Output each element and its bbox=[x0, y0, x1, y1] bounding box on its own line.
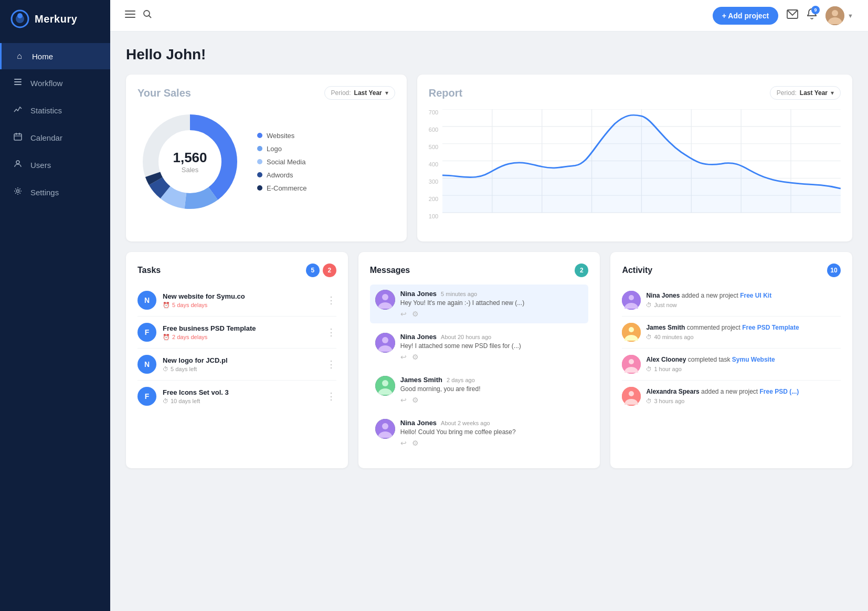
sales-chart-area: 1,560 Sales Websites Logo bbox=[137, 109, 395, 214]
sales-period-value: Last Year bbox=[354, 89, 382, 97]
act-avatar-3 bbox=[622, 355, 641, 374]
sidebar: Merkury ⌂ Home Workflow Statistics Calen… bbox=[0, 0, 110, 611]
msg-avatar-1 bbox=[375, 290, 395, 310]
report-period-select[interactable]: Period: Last Year ▾ bbox=[770, 86, 841, 100]
statistics-icon bbox=[13, 105, 23, 115]
act-time-4: ⏱ 3 hours ago bbox=[646, 398, 841, 404]
donut-label: Sales bbox=[173, 166, 207, 174]
msg-actions-2: ↩ ⚙ bbox=[400, 353, 584, 361]
legend-item-social: Social Media bbox=[257, 158, 307, 166]
reply-icon-1[interactable]: ↩ bbox=[400, 310, 407, 318]
legend-dot-websites bbox=[257, 133, 262, 138]
svg-rect-4 bbox=[14, 81, 22, 82]
legend-label-logo: Logo bbox=[267, 145, 282, 153]
svg-point-15 bbox=[144, 10, 150, 16]
sidebar-item-calendar[interactable]: Calendar bbox=[0, 124, 110, 151]
settings-icon-2[interactable]: ⚙ bbox=[412, 353, 419, 361]
activity-list: Nina Jones added a new project Free UI K… bbox=[622, 285, 841, 412]
legend-label-adwords: Adwords bbox=[267, 171, 293, 179]
msg-avatar-3 bbox=[375, 376, 395, 396]
task-menu-3[interactable]: ⋮ bbox=[326, 359, 336, 370]
content-area: Hello John! Your Sales Period: Last Year… bbox=[110, 31, 868, 483]
notifications-button[interactable]: 9 bbox=[807, 8, 817, 23]
act-text-1: Nina Jones added a new project Free UI K… bbox=[646, 291, 841, 300]
header: + Add project 9 ▼ bbox=[110, 0, 868, 31]
add-project-button[interactable]: + Add project bbox=[713, 7, 778, 25]
act-avatar-2 bbox=[622, 323, 641, 342]
task-item: F Free Icons Set vol. 3 ⏱ 10 days left ⋮ bbox=[137, 381, 336, 412]
task-info-3: New logo for JCD.pl ⏱ 5 days left bbox=[163, 356, 320, 372]
svg-line-16 bbox=[149, 16, 152, 18]
settings-icon-4[interactable]: ⚙ bbox=[412, 439, 419, 447]
svg-rect-12 bbox=[125, 10, 135, 12]
svg-point-10 bbox=[16, 161, 19, 164]
msg-avatar-4 bbox=[375, 419, 395, 439]
msg-avatar-2 bbox=[375, 333, 395, 353]
message-item-3: James Smith 2 days ago Good morning, you… bbox=[370, 371, 589, 409]
task-menu-2[interactable]: ⋮ bbox=[326, 326, 336, 338]
search-icon[interactable] bbox=[143, 9, 152, 22]
activity-item-4: Alexandra Spears added a new project Fre… bbox=[622, 381, 841, 412]
settings-icon-1[interactable]: ⚙ bbox=[412, 310, 419, 318]
line-chart bbox=[442, 109, 841, 230]
msg-name-4: Nina Jones bbox=[400, 419, 437, 427]
main-content: + Add project 9 ▼ Hello John! bbox=[110, 0, 868, 611]
act-content-2: James Smith commented project Free PSD T… bbox=[646, 323, 841, 340]
svg-rect-6 bbox=[14, 134, 22, 140]
activity-card: Activity 10 Nina Jones added a new proje… bbox=[610, 252, 852, 468]
menu-icon[interactable] bbox=[125, 9, 135, 22]
tasks-card: Tasks 5 2 N New website for Symu.co ⏰ 5 bbox=[126, 252, 348, 468]
report-card: Report Period: Last Year ▾ 700 600 500 4… bbox=[417, 75, 852, 241]
msg-content-4: Nina Jones About 2 weeks ago Hello! Coul… bbox=[400, 419, 584, 447]
notification-badge: 9 bbox=[811, 6, 820, 14]
msg-actions-4: ↩ ⚙ bbox=[400, 439, 584, 447]
act-time-1: ⏱ Just now bbox=[646, 302, 841, 308]
legend-label-ecommerce: E-Commerce bbox=[267, 184, 307, 192]
y-label-600: 600 bbox=[429, 127, 438, 133]
sales-period-select[interactable]: Period: Last Year ▾ bbox=[324, 86, 395, 100]
legend-item-adwords: Adwords bbox=[257, 171, 307, 179]
sidebar-item-settings-label: Settings bbox=[30, 188, 59, 197]
activity-item-2: James Smith commented project Free PSD T… bbox=[622, 317, 841, 349]
sidebar-item-workflow[interactable]: Workflow bbox=[0, 69, 110, 97]
legend-label-social: Social Media bbox=[267, 158, 305, 166]
act-time-2: ⏱ 40 minutes ago bbox=[646, 334, 841, 340]
task-avatar-n2: N bbox=[137, 355, 156, 374]
task-delay-3: ⏱ 5 days left bbox=[163, 366, 320, 372]
act-name-4: Alexandra Spears bbox=[646, 388, 699, 395]
settings-icon-3[interactable]: ⚙ bbox=[412, 396, 419, 404]
task-item: N New logo for JCD.pl ⏱ 5 days left ⋮ bbox=[137, 349, 336, 381]
legend-item-ecommerce: E-Commerce bbox=[257, 184, 307, 192]
svg-point-54 bbox=[629, 359, 634, 364]
task-avatar-n1: N bbox=[137, 291, 156, 310]
svg-rect-13 bbox=[125, 14, 135, 15]
reply-icon-4[interactable]: ↩ bbox=[400, 439, 407, 447]
clock-icon-2: ⏰ bbox=[163, 334, 170, 341]
sidebar-item-users[interactable]: Users bbox=[0, 151, 110, 178]
logo[interactable]: Merkury bbox=[0, 0, 110, 38]
task-delay-1: ⏰ 5 days delays bbox=[163, 302, 320, 309]
user-avatar-button[interactable]: ▼ bbox=[825, 6, 853, 25]
y-label-100: 100 bbox=[429, 213, 438, 219]
msg-text-3: Good morning, you are fired! bbox=[400, 385, 584, 393]
mail-button[interactable] bbox=[787, 9, 798, 22]
msg-content-2: Nina Jones About 20 hours ago Hey! I att… bbox=[400, 333, 584, 361]
reply-icon-2[interactable]: ↩ bbox=[400, 353, 407, 361]
svg-point-44 bbox=[382, 337, 388, 343]
svg-point-52 bbox=[629, 327, 634, 332]
msg-time-2: About 20 hours ago bbox=[441, 334, 491, 340]
sales-card: Your Sales Period: Last Year ▾ bbox=[126, 75, 407, 241]
donut-chart: 1,560 Sales bbox=[137, 109, 242, 214]
task-menu-1[interactable]: ⋮ bbox=[326, 294, 336, 306]
task-menu-4[interactable]: ⋮ bbox=[326, 391, 336, 402]
sidebar-item-home[interactable]: ⌂ Home bbox=[0, 43, 110, 69]
messages-title: Messages bbox=[370, 266, 410, 275]
msg-name-2: Nina Jones bbox=[400, 333, 437, 341]
sidebar-item-settings[interactable]: Settings bbox=[0, 178, 110, 206]
legend-dot-ecommerce bbox=[257, 185, 262, 191]
line-chart-svg bbox=[442, 109, 841, 230]
msg-name-3: James Smith bbox=[400, 376, 442, 384]
activity-card-header: Activity 10 bbox=[622, 264, 841, 277]
reply-icon-3[interactable]: ↩ bbox=[400, 396, 407, 404]
sidebar-item-statistics[interactable]: Statistics bbox=[0, 97, 110, 124]
